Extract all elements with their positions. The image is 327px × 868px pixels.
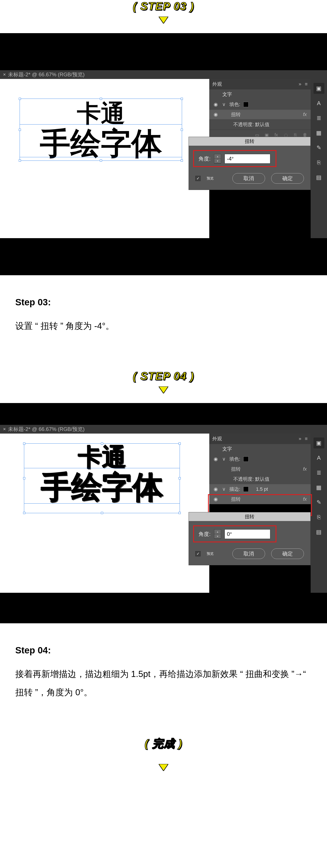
appearance-row-stroke[interactable]: ◉ ∨ 描边: 1.5 pt: [209, 484, 310, 494]
stroke-swatch[interactable]: [243, 487, 249, 492]
visibility-toggle-icon[interactable]: ◉: [213, 486, 219, 492]
twist-dialog-title[interactable]: 扭转: [189, 137, 310, 146]
fx-icon[interactable]: fx: [303, 496, 307, 502]
selection-handle[interactable]: [178, 442, 181, 445]
selection-handle[interactable]: [19, 98, 21, 100]
twist-effect-label: 扭转: [231, 496, 241, 502]
artboard: 卡通 手绘字体: [0, 79, 209, 238]
cancel-button[interactable]: 取消: [232, 549, 265, 559]
angle-input-row: 角度: ▴ ▾: [195, 527, 304, 545]
angle-stepper[interactable]: ▴ ▾: [214, 529, 221, 539]
twist-effect-label: 扭转: [231, 466, 241, 472]
layers-panel-icon[interactable]: ≣: [314, 113, 324, 123]
panel-chevrons-icon[interactable]: »: [299, 436, 301, 442]
step03-explanation: Step 03: 设置 “ 扭转 ” 角度为 -4°。: [0, 275, 327, 370]
appearance-row-opacity-fill[interactable]: 不透明度: 默认值: [209, 474, 310, 484]
visibility-toggle-icon[interactable]: ◉: [213, 496, 219, 502]
preview-checkbox[interactable]: ✓: [195, 176, 201, 181]
chevron-down-icon[interactable]: ∨: [222, 486, 226, 492]
links-panel-icon[interactable]: ⎘: [314, 512, 324, 523]
ok-button[interactable]: 确定: [271, 173, 304, 184]
angle-stepper[interactable]: ▴ ▾: [214, 154, 221, 163]
panel-chevrons-icon[interactable]: »: [299, 81, 301, 87]
selection-handle[interactable]: [23, 477, 25, 479]
selection-bounds[interactable]: [24, 443, 180, 513]
properties-icon[interactable]: ▣: [314, 437, 324, 448]
chevron-down-icon[interactable]: ∨: [222, 102, 226, 107]
brush-panel-icon[interactable]: ✎: [314, 497, 324, 508]
appearance-row-text[interactable]: 文字: [209, 89, 310, 99]
layers-panel-icon[interactable]: ≣: [314, 467, 324, 478]
selection-handle[interactable]: [100, 159, 102, 162]
step03-pill: ( STEP 03 ): [133, 0, 194, 13]
type-panel-icon[interactable]: A: [314, 452, 324, 463]
appearance-row-twist-stroke[interactable]: ◉ 扭转 fx: [209, 494, 310, 504]
stepper-up-icon[interactable]: ▴: [214, 154, 221, 159]
visibility-toggle-icon[interactable]: ◉: [213, 102, 219, 107]
cancel-button[interactable]: 取消: [232, 173, 265, 184]
step03-label: Step 03:: [15, 293, 312, 312]
artboard: 卡通 手绘字体: [0, 434, 209, 593]
selection-handle[interactable]: [23, 512, 25, 514]
appearance-titlebar[interactable]: 外观 » ≡: [209, 79, 310, 89]
selection-handle[interactable]: [19, 159, 21, 162]
close-icon[interactable]: ×: [3, 426, 6, 432]
ok-button[interactable]: 确定: [271, 549, 304, 559]
selection-handle[interactable]: [100, 98, 102, 100]
fill-swatch[interactable]: [243, 457, 249, 462]
brush-panel-icon[interactable]: ✎: [314, 142, 324, 153]
panel-menu-icon[interactable]: ≡: [305, 436, 307, 442]
selection-handle[interactable]: [101, 442, 103, 445]
step04-screenshot: × 未标题-2* @ 66.67% (RGB/预览) 卡通 手绘字体: [0, 403, 327, 623]
appearance-panel: 外观 » ≡ 文字 ◉ ∨ 填色: ◉ 扭转 fx 不透明度: 默: [209, 79, 310, 140]
angle-input[interactable]: [225, 529, 270, 539]
visibility-toggle-icon[interactable]: ◉: [213, 456, 219, 462]
selection-handle[interactable]: [178, 512, 181, 514]
stepper-up-icon[interactable]: ▴: [214, 529, 221, 534]
preview-label: 预览: [207, 176, 214, 181]
appearance-row-fill[interactable]: ◉ ∨ 填色:: [209, 454, 310, 464]
step03-screenshot: × 未标题-2* @ 66.67% (RGB/预览) 卡通 手绘字体: [0, 33, 327, 275]
selection-handle[interactable]: [178, 477, 181, 479]
selection-handle[interactable]: [23, 442, 25, 445]
selection-handle[interactable]: [181, 129, 183, 131]
swatches-panel-icon[interactable]: ▦: [314, 482, 324, 493]
twist-effect-label: 扭转: [231, 111, 241, 118]
preview-checkbox[interactable]: ✓: [195, 551, 201, 556]
panel-menu-icon[interactable]: ≡: [305, 81, 307, 87]
selection-handle[interactable]: [101, 512, 103, 514]
properties-icon[interactable]: ▣: [314, 83, 324, 94]
selection-bounds[interactable]: [20, 99, 182, 161]
links-panel-icon[interactable]: ⎘: [314, 157, 324, 168]
type-panel-icon[interactable]: A: [314, 98, 324, 108]
appearance-row-twist-fill[interactable]: 扭转 fx: [209, 464, 310, 474]
close-icon[interactable]: ×: [3, 72, 6, 78]
fill-swatch[interactable]: [243, 102, 249, 107]
actions-panel-icon[interactable]: ▤: [314, 172, 324, 183]
stepper-down-icon[interactable]: ▾: [214, 534, 221, 539]
twist-dialog: 扭转 角度: ▴ ▾ ✓ 预览 取消 确定: [189, 512, 310, 565]
swatches-panel-icon[interactable]: ▦: [314, 127, 324, 138]
appearance-panel: 外观 » ≡ 文字 ◉ ∨ 填色: 扭转 fx 不透明度: 默认值: [209, 434, 310, 504]
twist-dialog-title[interactable]: 扭转: [189, 512, 310, 521]
appearance-row-fill[interactable]: ◉ ∨ 填色:: [209, 99, 310, 110]
appearance-row-opacity[interactable]: 不透明度: 默认值: [209, 120, 310, 129]
selection-handle[interactable]: [19, 129, 21, 131]
appearance-row-text[interactable]: 文字: [209, 444, 310, 454]
stroke-weight-value[interactable]: 1.5 pt: [256, 486, 268, 492]
stepper-down-icon[interactable]: ▾: [214, 159, 221, 163]
chevron-down-icon[interactable]: ∨: [222, 456, 226, 462]
angle-label: 角度:: [195, 155, 210, 162]
selection-handle[interactable]: [181, 159, 183, 162]
angle-input[interactable]: [225, 154, 270, 163]
appearance-row-twist[interactable]: ◉ 扭转 fx: [209, 110, 310, 120]
document-tab[interactable]: × 未标题-2* @ 66.67% (RGB/预览): [0, 425, 89, 434]
selection-handle[interactable]: [181, 98, 183, 100]
appearance-titlebar[interactable]: 外观 » ≡: [209, 434, 310, 444]
step03-pill-wrap: ( STEP 03 ): [0, 0, 327, 17]
visibility-toggle-icon[interactable]: ◉: [213, 112, 219, 117]
document-tab[interactable]: × 未标题-2* @ 66.67% (RGB/预览): [0, 70, 89, 79]
fx-icon[interactable]: fx: [303, 466, 307, 472]
actions-panel-icon[interactable]: ▤: [314, 526, 324, 537]
fx-icon[interactable]: fx: [303, 112, 307, 117]
